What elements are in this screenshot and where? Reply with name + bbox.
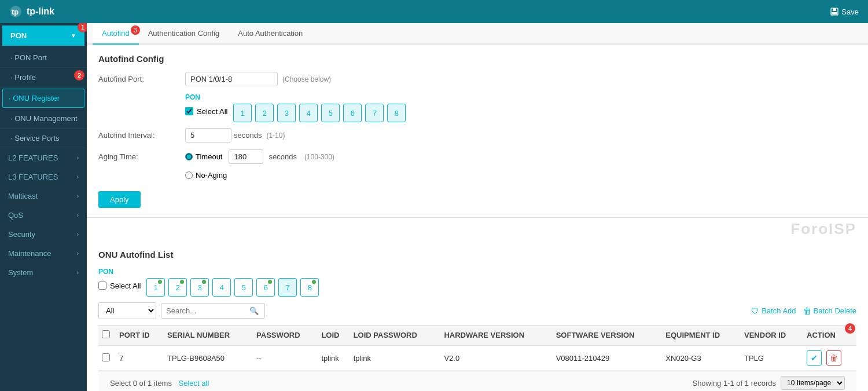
interval-row: Autofind Interval: seconds (1-10) xyxy=(98,128,856,142)
sidebar-item-profile[interactable]: · Profile 2 xyxy=(0,68,87,87)
timeout-radio-item[interactable]: Timeout seconds (100-300) xyxy=(185,149,334,164)
aging-radio-group: Timeout seconds (100-300) xyxy=(185,149,334,164)
noaging-radio[interactable] xyxy=(185,171,193,179)
aging-label: Aging Time: xyxy=(98,152,185,161)
th-equipment-id: EQUIPMENT ID xyxy=(662,326,741,346)
cell-software-version: V08011-210429 xyxy=(553,345,663,371)
list-pon-btn-1[interactable]: 1 xyxy=(146,278,165,297)
table-row: 7 TPLG-B9608A50 -- tplink tplink V2.0 V0… xyxy=(98,345,856,371)
delete-button[interactable]: 🗑 xyxy=(826,350,841,366)
row-checkbox[interactable] xyxy=(102,353,110,361)
topbar: tp tp-link Save xyxy=(0,0,868,23)
chevron-right-icon: › xyxy=(77,174,79,180)
config-pon-btn-8[interactable]: 8 xyxy=(387,104,406,122)
sidebar-section-security[interactable]: Security › xyxy=(0,225,87,244)
select-all-row: Select All xyxy=(185,107,227,116)
timeout-value-input[interactable] xyxy=(229,149,263,164)
cell-vendor-id: TPLG xyxy=(741,345,803,371)
noaging-label: No-Aging xyxy=(196,171,227,180)
register-button[interactable]: ✔ xyxy=(807,350,822,366)
watermark-container: ForoISP xyxy=(87,218,868,240)
cell-action: ✔ 🗑 xyxy=(803,345,856,371)
interval-hint: (1-10) xyxy=(266,131,285,140)
list-pon-btn-8[interactable]: 8 xyxy=(300,278,319,297)
interval-label: Autofind Interval: xyxy=(98,131,185,140)
cell-loid: tplink xyxy=(318,345,350,371)
config-pon-btn-1[interactable]: 1 xyxy=(233,104,252,122)
tab-autofind[interactable]: Autofind 3 xyxy=(93,23,139,45)
list-pon-btn-6[interactable]: 6 xyxy=(256,278,275,297)
chevron-right-icon: › xyxy=(77,231,79,237)
sidebar-section-multicast[interactable]: Multicast › xyxy=(0,187,87,206)
noaging-radio-item[interactable]: No-Aging xyxy=(185,171,227,180)
footer-pagination: Showing 1-1 of 1 records xyxy=(692,379,776,388)
cell-port-id: 7 xyxy=(116,345,164,371)
list-pon-buttons: 12345678 xyxy=(146,278,319,297)
per-page-select[interactable]: 10 Items/page xyxy=(781,376,845,390)
table-select-all-checkbox[interactable] xyxy=(102,330,110,338)
save-icon xyxy=(830,7,839,16)
search-input[interactable] xyxy=(166,306,247,315)
port-label: Autofind Port: xyxy=(98,75,185,83)
list-pon-btn-4[interactable]: 4 xyxy=(212,278,231,297)
batch-add-button[interactable]: 🛡 Batch Add xyxy=(751,306,796,316)
th-action: ACTION 4 xyxy=(803,326,856,346)
tab-auth-config[interactable]: Authentication Config xyxy=(139,23,229,45)
sidebar-item-onu-register[interactable]: · ONU Register xyxy=(2,89,84,108)
sidebar-section-l3[interactable]: L3 FEATURES › xyxy=(0,167,87,187)
svg-text:tp: tp xyxy=(12,8,19,16)
timeout-label: Timeout xyxy=(196,152,222,161)
config-pon-btn-6[interactable]: 6 xyxy=(343,104,362,122)
interval-input[interactable] xyxy=(185,128,231,142)
autofind-port-row: Autofind Port: (Choose below) xyxy=(98,72,856,86)
th-vendor-id: VENDOR ID xyxy=(741,326,803,346)
sidebar-item-onu-management[interactable]: · ONU Management xyxy=(0,109,87,129)
port-input[interactable] xyxy=(185,72,278,86)
list-pon-btn-7[interactable]: 7 xyxy=(278,278,297,297)
list-select-all-checkbox[interactable] xyxy=(98,282,106,290)
cell-equipment-id: XN020-G3 xyxy=(662,345,741,371)
sidebar-section-system[interactable]: System › xyxy=(0,263,87,282)
interval-unit: seconds xyxy=(234,131,262,140)
search-icon[interactable]: 🔍 xyxy=(249,306,259,315)
sidebar-item-pon-port[interactable]: · PON Port xyxy=(0,48,87,68)
timeout-hint: (100-300) xyxy=(304,153,334,161)
save-button[interactable]: Save xyxy=(830,7,859,16)
search-box: 🔍 xyxy=(161,303,265,319)
select-all-checkbox[interactable] xyxy=(185,107,193,115)
table-footer: Select 0 of 1 items Select all Showing 1… xyxy=(98,371,856,391)
logo-text: tp-link xyxy=(27,6,54,17)
tab-auto-auth[interactable]: Auto Authentication xyxy=(229,23,312,45)
sidebar-item-service-ports[interactable]: · Service Ports xyxy=(0,129,87,148)
config-pon-btn-3[interactable]: 3 xyxy=(277,104,296,122)
port-hint: (Choose below) xyxy=(282,75,331,83)
logo-icon: tp xyxy=(9,5,22,18)
th-port-id: PORT ID xyxy=(116,326,164,346)
list-select-all-label: Select All xyxy=(110,282,141,290)
sidebar-pon-header[interactable]: PON ▼ 1 xyxy=(2,25,84,46)
th-software-version: SOFTWARE VERSION xyxy=(553,326,663,346)
config-pon-btn-5[interactable]: 5 xyxy=(321,104,340,122)
th-password: PASSWORD xyxy=(253,326,318,346)
config-pon-btn-2[interactable]: 2 xyxy=(255,104,274,122)
timeout-radio[interactable] xyxy=(185,153,193,160)
sidebar-section-l2[interactable]: L2 FEATURES › xyxy=(0,148,87,167)
batch-delete-icon: 🗑 xyxy=(803,306,811,316)
chevron-down-icon: ▼ xyxy=(71,32,76,39)
pon-section-label: PON xyxy=(185,93,856,101)
config-pon-btn-4[interactable]: 4 xyxy=(299,104,318,122)
list-pon-btn-2[interactable]: 2 xyxy=(168,278,187,297)
sidebar-section-qos[interactable]: QoS › xyxy=(0,206,87,225)
footer-right: Showing 1-1 of 1 records 10 Items/page xyxy=(692,376,845,390)
config-pon-btn-7[interactable]: 7 xyxy=(365,104,384,122)
batch-delete-button[interactable]: 🗑 Batch Delete xyxy=(803,306,856,316)
list-pon-btn-5[interactable]: 5 xyxy=(234,278,253,297)
sidebar-section-maintenance[interactable]: Maintenance › xyxy=(0,244,87,263)
apply-button[interactable]: Apply xyxy=(98,191,141,208)
list-pon-btn-3[interactable]: 3 xyxy=(190,278,209,297)
logo: tp tp-link xyxy=(9,5,54,18)
footer-select-all[interactable]: Select all xyxy=(179,379,209,388)
svg-rect-3 xyxy=(833,8,836,11)
th-loid: LOID xyxy=(318,326,350,346)
filter-dropdown[interactable]: All xyxy=(98,302,156,319)
